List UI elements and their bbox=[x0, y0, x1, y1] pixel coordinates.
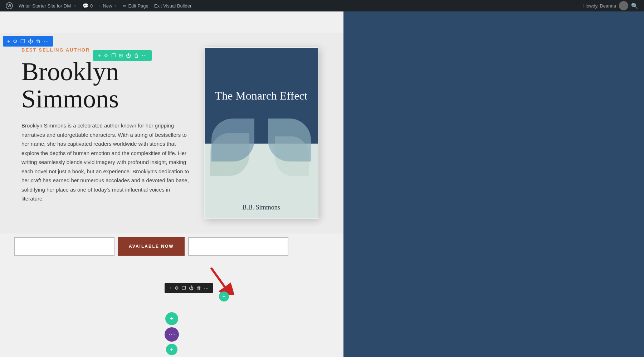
cta-row: AVAILABLE NOW bbox=[0, 233, 343, 259]
book-title: The Monarch Effect bbox=[215, 89, 308, 102]
book-author: B.B. Simmons bbox=[242, 204, 280, 211]
admin-bar-comments[interactable]: 💬 0 bbox=[80, 3, 96, 9]
exit-label: Exit Visual Builder bbox=[154, 3, 192, 9]
search-icon[interactable]: 🔍 bbox=[631, 3, 638, 9]
main-content: + ⚙ ❐ ⏻ 🗑 ⋯ + ⚙ ❐ ⊞ ⏻ 🗑 ⋯ bbox=[0, 11, 644, 357]
section-settings-btn[interactable]: ⚙ bbox=[13, 38, 18, 44]
admin-bar-exit-builder[interactable]: Exit Visual Builder bbox=[151, 3, 195, 9]
teal-toolbar-inner: + ⚙ ❐ ⊞ ⏻ 🗑 ⋯ bbox=[93, 50, 152, 61]
admin-bar-new[interactable]: + New ▼ bbox=[96, 3, 120, 9]
row-dots-btn[interactable]: ⋯ bbox=[142, 53, 147, 58]
row-copy-btn[interactable]: ❐ bbox=[111, 53, 116, 58]
book-cover-container: The Monarch Effect bbox=[204, 47, 322, 219]
book-cover: The Monarch Effect bbox=[204, 47, 318, 219]
comments-count: 0 bbox=[90, 3, 93, 9]
row-settings-btn[interactable]: ⚙ bbox=[104, 53, 108, 58]
available-now-btn[interactable]: AVAILABLE NOW bbox=[118, 237, 185, 256]
pencil-icon: ✏ bbox=[123, 3, 127, 9]
wp-logo[interactable]: W bbox=[3, 2, 16, 9]
module-add-btn[interactable]: + bbox=[169, 285, 172, 291]
hero-description: Brooklyn Simmons is a celebrated author … bbox=[21, 121, 190, 203]
new-label: New bbox=[103, 3, 112, 9]
fab-teal-top[interactable]: + bbox=[165, 312, 178, 325]
svg-text:W: W bbox=[8, 4, 11, 8]
row-add-btn[interactable]: + bbox=[98, 53, 101, 58]
module-copy-btn[interactable]: ❐ bbox=[182, 285, 186, 291]
module-settings-btn[interactable]: ⚙ bbox=[175, 285, 179, 291]
site-dropdown-icon: ▼ bbox=[73, 4, 77, 8]
hero-left: BEST SELLING AUTHOR Brooklyn Simmons Bro… bbox=[21, 47, 190, 203]
admin-bar-site[interactable]: Writer Starter Site for Divi ▼ bbox=[16, 3, 80, 9]
plus-bottom-container: + bbox=[219, 291, 229, 301]
add-module-plus-btn[interactable]: + bbox=[219, 291, 229, 301]
fab-teal-bottom[interactable]: + bbox=[166, 344, 177, 355]
row-grid-btn[interactable]: ⊞ bbox=[119, 53, 123, 58]
admin-bar: W Writer Starter Site for Divi ▼ 💬 0 + N… bbox=[0, 0, 644, 11]
admin-bar-edit-page[interactable]: ✏ Edit Page bbox=[120, 3, 151, 9]
module-toolbar-inner: + ⚙ ❐ ⏻ 🗑 ⋯ bbox=[165, 283, 213, 293]
floating-actions: + ⋯ + bbox=[165, 312, 179, 355]
module-toolbar: + ⚙ ❐ ⏻ 🗑 ⋯ bbox=[165, 283, 213, 293]
cta-input-left bbox=[14, 237, 114, 256]
section-power-btn[interactable]: ⏻ bbox=[28, 38, 33, 44]
row-trash-btn[interactable]: 🗑 bbox=[134, 53, 139, 58]
book-cover-top: The Monarch Effect bbox=[205, 48, 318, 144]
howdy-text: Howdy, Deanna bbox=[583, 3, 616, 9]
right-panel bbox=[343, 11, 644, 357]
module-dots-btn[interactable]: ⋯ bbox=[204, 285, 209, 291]
section-dots-btn[interactable]: ⋯ bbox=[44, 38, 49, 44]
page-wrapper: + ⚙ ❐ ⏻ 🗑 ⋯ + ⚙ ❐ ⊞ ⏻ 🗑 ⋯ bbox=[0, 33, 343, 357]
new-dropdown-icon: ▼ bbox=[113, 4, 117, 8]
comment-bubble-icon: 💬 bbox=[83, 3, 89, 9]
site-name-label: Writer Starter Site for Divi bbox=[19, 3, 71, 9]
module-power-btn[interactable]: ⏻ bbox=[189, 285, 194, 291]
page-area: + ⚙ ❐ ⏻ 🗑 ⋯ + ⚙ ❐ ⊞ ⏻ 🗑 ⋯ bbox=[0, 11, 343, 357]
admin-bar-right: Howdy, Deanna 🔍 bbox=[583, 1, 641, 10]
svg-line-3 bbox=[211, 268, 225, 287]
cta-input-right bbox=[188, 237, 288, 256]
hero-title-line1: Brooklyn bbox=[21, 57, 119, 86]
avatar[interactable] bbox=[619, 1, 628, 10]
section-toolbar-top: + ⚙ ❐ ⏻ 🗑 ⋯ bbox=[3, 36, 53, 47]
row-power-btn[interactable]: ⏻ bbox=[126, 53, 131, 58]
blue-toolbar-inner: + ⚙ ❐ ⏻ 🗑 ⋯ bbox=[3, 36, 53, 47]
section-copy-btn[interactable]: ❐ bbox=[20, 38, 25, 44]
hero-section: BEST SELLING AUTHOR Brooklyn Simmons Bro… bbox=[0, 33, 343, 233]
hero-title: Brooklyn Simmons bbox=[21, 58, 190, 112]
section-add-btn[interactable]: + bbox=[7, 38, 10, 44]
row-toolbar: + ⚙ ❐ ⊞ ⏻ 🗑 ⋯ bbox=[93, 50, 152, 61]
fab-purple-menu[interactable]: ⋯ bbox=[165, 327, 179, 342]
edit-page-label: Edit Page bbox=[128, 3, 148, 9]
hero-title-line2: Simmons bbox=[21, 85, 119, 113]
plus-icon: + bbox=[98, 3, 101, 9]
module-trash-btn[interactable]: 🗑 bbox=[196, 285, 201, 291]
section-trash-btn[interactable]: 🗑 bbox=[36, 38, 41, 44]
